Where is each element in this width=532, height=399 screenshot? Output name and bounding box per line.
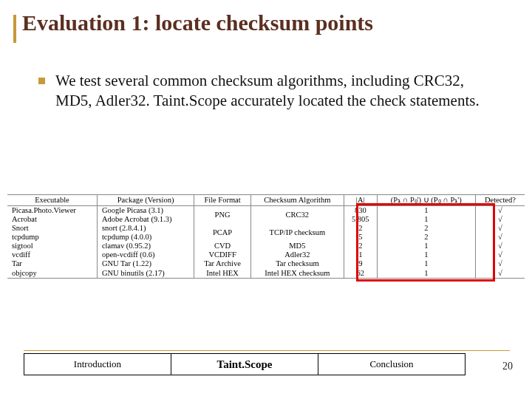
cell-pkg: GNU Tar (1.22) [97, 259, 194, 268]
col-a: |A| [344, 195, 377, 206]
cell-exe: tcpdump [7, 233, 97, 242]
title-accent-bar [13, 15, 16, 43]
table-row: objcopy GNU binutils (2.17) Intel HEX In… [7, 269, 525, 279]
cell-d: √ [475, 224, 525, 233]
footer-label: Conclusion [369, 358, 413, 370]
col-p: (P₁ ∩ P₀') ∪ (P₀ ∩ P₁') [377, 195, 475, 206]
cell-exe: Snort [7, 224, 97, 233]
cell-fmt: VCDIFF [194, 250, 251, 259]
cell-p: 1 [377, 250, 475, 259]
cell-a: 2 [344, 242, 377, 250]
cell-fmt: Intel HEX [194, 269, 251, 279]
cell-p: 2 [377, 224, 475, 233]
cell-p: 1 [377, 206, 475, 216]
cell-alg: TCP/IP checksum [250, 224, 344, 242]
cell-pkg: clamav (0.95.2) [97, 242, 194, 250]
slide: Evaluation 1: locate checksum points We … [0, 0, 532, 399]
table-header-row: Executable Package (Version) File Format… [7, 195, 525, 206]
bullet-item: We test several common checksum algorith… [38, 71, 492, 111]
cell-fmt: PCAP [194, 224, 251, 242]
cell-alg: MD5 [250, 242, 344, 250]
bullet-block: We test several common checksum algorith… [38, 71, 519, 111]
cell-a: 830 [344, 206, 377, 216]
evaluation-table-wrap: Executable Package (Version) File Format… [7, 194, 525, 279]
cell-d: √ [475, 259, 525, 268]
footer-divider [24, 350, 510, 351]
footer-items: Introduction Taint.Scope Conclusion [24, 353, 466, 375]
col-package: Package (Version) [97, 195, 194, 206]
table-row: Picasa.Photo.Viewer Google Picasa (3.1) … [7, 206, 525, 216]
cell-exe: sigtool [7, 242, 97, 250]
cell-pkg: Google Picasa (3.1) [97, 206, 194, 216]
title-block: Evaluation 1: locate checksum points [13, 10, 519, 43]
bullet-square-icon [38, 78, 45, 84]
cell-exe: Tar [7, 259, 97, 268]
cell-p: 1 [377, 215, 475, 224]
cell-a: 1 [344, 250, 377, 259]
cell-p: 1 [377, 242, 475, 250]
cell-alg: CRC32 [250, 206, 344, 225]
cell-d: √ [475, 242, 525, 250]
table-row: Tar GNU Tar (1.22) Tar Archive Tar check… [7, 259, 525, 268]
cell-exe: Picasa.Photo.Viewer [7, 206, 97, 216]
cell-alg: Adler32 [250, 250, 344, 259]
cell-a: 9 [344, 259, 377, 268]
cell-pkg: tcpdump (4.0.0) [97, 233, 194, 242]
col-detected: Detected? [475, 195, 525, 206]
evaluation-table: Executable Package (Version) File Format… [7, 194, 525, 279]
footer-label: Introduction [74, 358, 121, 370]
cell-exe: Acrobat [7, 215, 97, 224]
footer-label: Taint.Scope [217, 358, 273, 371]
cell-a: 5,805 [344, 215, 377, 224]
cell-a: 5 [344, 233, 377, 242]
table-row: Snort snort (2.8.4.1) PCAP TCP/IP checks… [7, 224, 525, 233]
cell-fmt: CVD [194, 242, 251, 250]
cell-alg: Tar checksum [250, 259, 344, 268]
cell-pkg: open-vcdiff (0.6) [97, 250, 194, 259]
cell-d: √ [475, 269, 525, 279]
cell-fmt: Tar Archive [194, 259, 251, 268]
cell-a: 62 [344, 269, 377, 279]
cell-alg: Intel HEX checksum [250, 269, 344, 279]
cell-a: 2 [344, 224, 377, 233]
cell-d: √ [475, 206, 525, 216]
cell-exe: objcopy [7, 269, 97, 279]
cell-pkg: Adobe Acrobat (9.1.3) [97, 215, 194, 224]
col-executable: Executable [7, 195, 97, 206]
cell-pkg: GNU binutils (2.17) [97, 269, 194, 279]
col-algorithm: Checksum Algorithm [250, 195, 344, 206]
cell-d: √ [475, 215, 525, 224]
col-format: File Format [194, 195, 251, 206]
footer-tab-taintscope[interactable]: Taint.Scope [171, 353, 318, 375]
cell-fmt: PNG [194, 206, 251, 225]
bullet-text: We test several common checksum algorith… [55, 71, 492, 111]
slide-title: Evaluation 1: locate checksum points [22, 10, 373, 36]
cell-pkg: snort (2.8.4.1) [97, 224, 194, 233]
footer-tab-introduction[interactable]: Introduction [24, 353, 171, 375]
cell-p: 2 [377, 233, 475, 242]
table-row: vcdiff open-vcdiff (0.6) VCDIFF Adler32 … [7, 250, 525, 259]
cell-d: √ [475, 233, 525, 242]
footer-tab-conclusion[interactable]: Conclusion [318, 353, 466, 375]
cell-exe: vcdiff [7, 250, 97, 259]
cell-d: √ [475, 250, 525, 259]
table-row: sigtool clamav (0.95.2) CVD MD5 2 1 √ [7, 242, 525, 250]
cell-p: 1 [377, 259, 475, 268]
cell-p: 1 [377, 269, 475, 279]
page-number: 20 [502, 361, 513, 372]
footer-nav: Introduction Taint.Scope Conclusion [24, 353, 466, 375]
